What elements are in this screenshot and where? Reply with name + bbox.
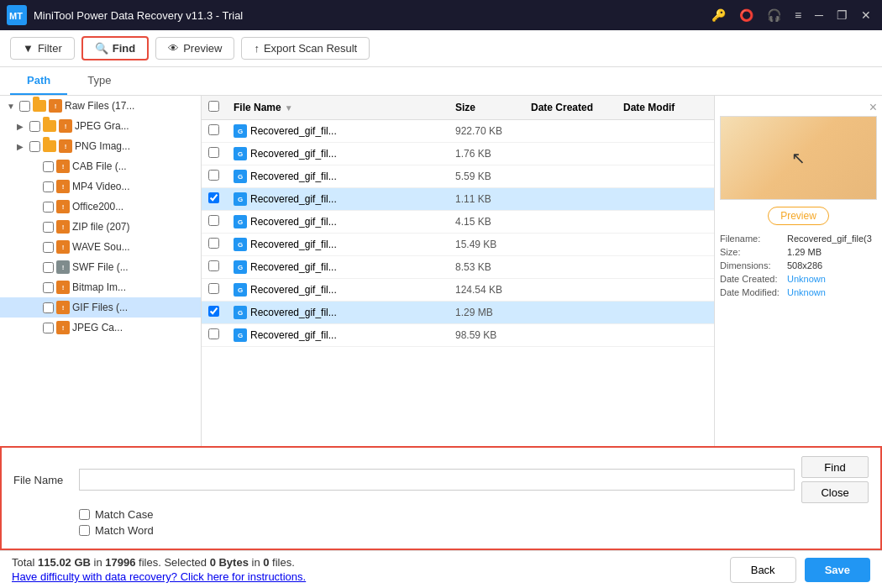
status-selected-files: 0 bbox=[263, 556, 269, 569]
office-checkbox[interactable] bbox=[43, 202, 54, 213]
row-checkbox[interactable] bbox=[208, 306, 219, 317]
file-size: 1.11 KB bbox=[455, 193, 531, 205]
preview-close-button[interactable]: × bbox=[720, 101, 877, 114]
find-action-close-button[interactable]: Close bbox=[801, 481, 869, 503]
row-checkbox[interactable] bbox=[208, 215, 219, 226]
office-type-icon: ! bbox=[56, 200, 70, 213]
restore-icon[interactable]: ❐ bbox=[832, 7, 852, 24]
raw-files-type-icon: ! bbox=[49, 99, 62, 113]
sidebar-item-office[interactable]: ! Office200... bbox=[0, 197, 201, 217]
export-icon: ↑ bbox=[254, 42, 260, 55]
file-rows: GRecovered_gif_fil... 922.70 KB GRecover… bbox=[202, 120, 714, 446]
row-checkbox[interactable] bbox=[208, 170, 219, 181]
sidebar-item-mp4[interactable]: ! MP4 Video... bbox=[0, 176, 201, 197]
jpeg-checkbox[interactable] bbox=[29, 121, 40, 132]
sort-arrow[interactable]: ▼ bbox=[285, 103, 293, 113]
find-filename-input[interactable] bbox=[79, 469, 795, 491]
preview-date-created-label: Date Created: bbox=[720, 274, 787, 284]
zip-checkbox[interactable] bbox=[43, 222, 54, 233]
select-all-checkbox[interactable] bbox=[208, 101, 219, 112]
file-type-icon: G bbox=[234, 124, 247, 138]
tab-path[interactable]: Path bbox=[10, 67, 67, 95]
table-row[interactable]: GRecovered_gif_fil... 1.29 MB bbox=[202, 302, 714, 324]
close-icon[interactable]: ✕ bbox=[857, 7, 875, 24]
png-checkbox[interactable] bbox=[29, 141, 40, 152]
help-link[interactable]: Have difficulty with data recovery? Clic… bbox=[12, 570, 306, 583]
export-button[interactable]: ↑ Export Scan Result bbox=[241, 37, 370, 60]
jpeg2-label: JPEG Ca... bbox=[72, 322, 194, 333]
mp4-checkbox[interactable] bbox=[43, 181, 54, 192]
minimize-icon[interactable]: ─ bbox=[811, 7, 827, 24]
sidebar-item-swf[interactable]: ! SWF File (... bbox=[0, 257, 201, 277]
bmp-checkbox[interactable] bbox=[43, 282, 54, 293]
circle-icon[interactable]: ⭕ bbox=[735, 7, 758, 24]
cab-checkbox[interactable] bbox=[43, 161, 54, 172]
row-checkbox[interactable] bbox=[208, 328, 219, 339]
match-case-label[interactable]: Match Case bbox=[95, 508, 153, 521]
sidebar-item-jpeg2[interactable]: ! JPEG Ca... bbox=[0, 318, 201, 338]
wave-checkbox[interactable] bbox=[43, 242, 54, 253]
table-row[interactable]: GRecovered_gif_fil... 4.15 KB bbox=[202, 211, 714, 234]
row-checkbox[interactable] bbox=[208, 260, 219, 271]
sidebar-item-png[interactable]: ▶ ! PNG Imag... bbox=[0, 136, 201, 156]
sidebar-item-wave[interactable]: ! WAVE Sou... bbox=[0, 237, 201, 257]
find-actions: Find Close bbox=[801, 456, 869, 503]
app-title: MiniTool Power Data Recovery v11.3 - Tri… bbox=[34, 9, 707, 22]
jpeg-folder-icon bbox=[43, 120, 56, 132]
status-total-files: 17996 bbox=[105, 556, 135, 569]
file-name: Recovered_gif_fil... bbox=[250, 125, 337, 137]
table-row[interactable]: GRecovered_gif_fil... 15.49 KB bbox=[202, 234, 714, 256]
gif-checkbox[interactable] bbox=[43, 302, 54, 313]
table-row[interactable]: GRecovered_gif_fil... 922.70 KB bbox=[202, 120, 714, 143]
find-action-find-button[interactable]: Find bbox=[801, 456, 869, 478]
bottom-actions: Back Save bbox=[730, 557, 870, 583]
swf-checkbox[interactable] bbox=[43, 262, 54, 273]
swf-type-icon: ! bbox=[56, 260, 70, 274]
table-row[interactable]: GRecovered_gif_fil... 1.76 KB bbox=[202, 143, 714, 165]
table-row[interactable]: GRecovered_gif_fil... 5.59 KB bbox=[202, 165, 714, 188]
match-word-checkbox[interactable] bbox=[79, 525, 90, 536]
find-button[interactable]: 🔍 Find bbox=[81, 36, 149, 60]
sidebar-item-zip[interactable]: ! ZIP file (207) bbox=[0, 217, 201, 237]
file-name: Recovered_gif_fil... bbox=[250, 216, 337, 228]
table-row[interactable]: GRecovered_gif_fil... 1.11 KB bbox=[202, 188, 714, 211]
row-checkbox[interactable] bbox=[208, 192, 219, 203]
sidebar-item-raw-files[interactable]: ▼ ! Raw Files (17... bbox=[0, 96, 201, 116]
menu-icon[interactable]: ≡ bbox=[790, 7, 806, 24]
sidebar-item-gif[interactable]: ! GIF Files (... bbox=[0, 297, 201, 318]
preview-date-modified-label: Date Modified: bbox=[720, 287, 787, 297]
svg-text:MT: MT bbox=[9, 11, 23, 21]
save-button[interactable]: Save bbox=[805, 558, 870, 582]
table-row[interactable]: GRecovered_gif_fil... 124.54 KB bbox=[202, 279, 714, 302]
jpeg2-checkbox[interactable] bbox=[43, 323, 54, 333]
mp4-type-icon: ! bbox=[56, 180, 70, 193]
sidebar-item-jpeg[interactable]: ▶ ! JPEG Gra... bbox=[0, 116, 201, 136]
tab-type[interactable]: Type bbox=[71, 67, 128, 95]
back-button[interactable]: Back bbox=[730, 557, 796, 583]
row-checkbox[interactable] bbox=[208, 238, 219, 249]
match-case-checkbox[interactable] bbox=[79, 509, 90, 520]
tabs: Path Type bbox=[0, 67, 882, 96]
file-size: 1.76 KB bbox=[455, 148, 531, 160]
filter-button[interactable]: ▼ Filter bbox=[10, 37, 75, 60]
sidebar-item-cab[interactable]: ! CAB File (... bbox=[0, 156, 201, 176]
header-filename: File Name ▼ bbox=[234, 102, 455, 113]
row-checkbox[interactable] bbox=[208, 283, 219, 294]
sidebar-item-bmp[interactable]: ! Bitmap Im... bbox=[0, 277, 201, 297]
row-checkbox[interactable] bbox=[208, 124, 219, 135]
row-checkbox[interactable] bbox=[208, 147, 219, 158]
file-size: 98.59 KB bbox=[455, 329, 531, 341]
table-row[interactable]: GRecovered_gif_fil... 8.53 KB bbox=[202, 256, 714, 279]
table-row[interactable]: GRecovered_gif_fil... 98.59 KB bbox=[202, 324, 714, 347]
preview-filename-label: Filename: bbox=[720, 234, 787, 244]
headphones-icon[interactable]: 🎧 bbox=[763, 7, 785, 24]
raw-files-checkbox[interactable] bbox=[19, 101, 30, 112]
title-bar: MT MiniTool Power Data Recovery v11.3 - … bbox=[0, 0, 882, 30]
preview-size-value: 1.29 MB bbox=[787, 247, 822, 257]
preview-action-button[interactable]: Preview bbox=[768, 207, 829, 225]
status-selected-in: in bbox=[252, 556, 264, 569]
preview-button[interactable]: 👁 Preview bbox=[155, 37, 234, 60]
file-size: 4.15 KB bbox=[455, 216, 531, 228]
key-icon[interactable]: 🔑 bbox=[707, 7, 730, 24]
match-word-label[interactable]: Match Word bbox=[95, 524, 154, 537]
